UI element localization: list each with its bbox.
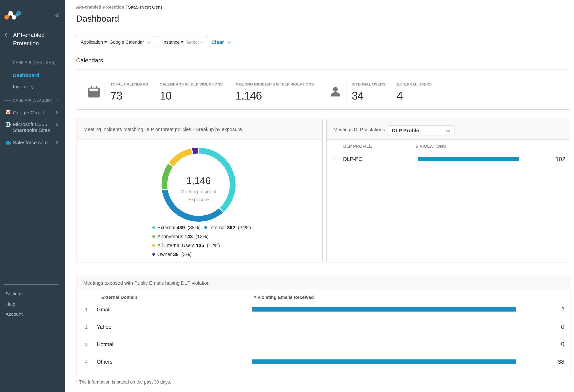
svg-text:S: S xyxy=(7,123,9,126)
